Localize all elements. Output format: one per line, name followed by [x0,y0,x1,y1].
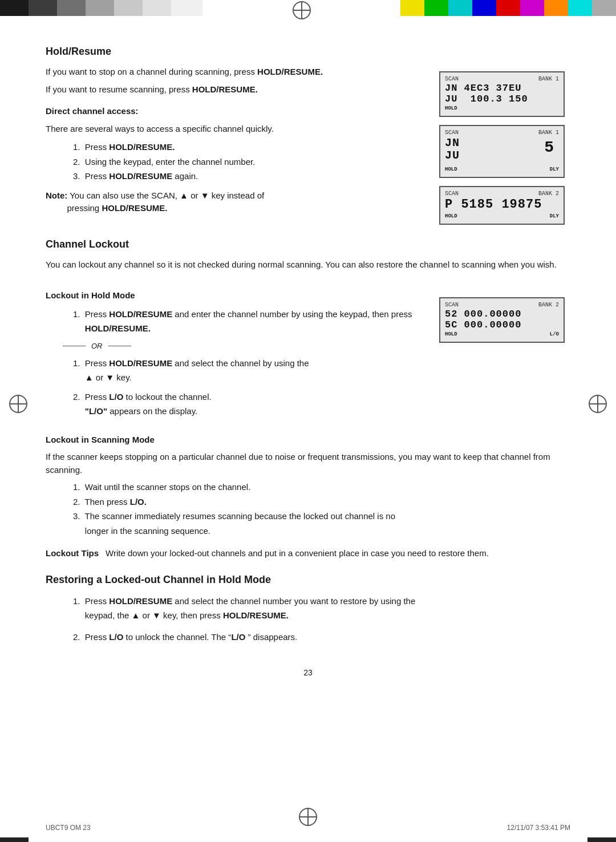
lockout-scanning-intro: If the scanner keeps stopping on a parti… [46,451,570,476]
lockout-scanning-section: Lockout in Scanning Mode If the scanner … [46,434,570,539]
hold-resume-para2: If you want to resume scanning, press HO… [46,83,428,96]
page-footer: UBCT9 OM 23 12/11/07 3:53:41 PM [0,824,616,832]
footer-left: UBCT9 OM 23 [46,824,91,832]
direct-channel-title: Direct channel access: [46,105,428,118]
lcd2-number: 5 [544,139,554,157]
lcd-display-2: SCAN BANK 1 JNJU 5 HOLD DLY [439,125,565,178]
lockout-hold-step2: 2. Press L/O to lockout the channel. "L/… [73,390,428,419]
lcd2-dly: DLY [550,167,559,172]
lcd2-bottom: HOLD DLY [445,167,559,172]
lcd2-top: SCAN BANK 1 [445,129,559,136]
lcd2-bank: BANK 1 [538,129,559,136]
lcd4-scan: SCAN [445,302,459,308]
lcd4-hold: HOLD [445,331,457,337]
hold-resume-para1: If you want to stop on a channel during … [46,66,428,79]
lockout-tips-text: Write down your locked-out channels and … [106,547,570,560]
footer-right: 12/11/07 3:53:41 PM [507,824,570,832]
or-line-right [108,346,131,346]
lcd3-bottom: HOLD DLY [445,213,559,219]
lcd-displays-col1: SCAN BANK 1 JN 4EC3 37EUJU 100.3 150 HOL… [439,71,570,233]
lockout-scan-step2: 2. Then press L/O. [73,495,570,509]
lockout-hold-section: Lockout in Hold Mode 1. Press HOLD/RESUM… [46,280,570,424]
lcd-display-1: SCAN BANK 1 JN 4EC3 37EUJU 100.3 150 HOL… [439,71,565,117]
bottom-border-left [0,837,29,842]
lcd3-dly: DLY [550,213,559,219]
restoring-step1: 1. Press HOLD/RESUME and select the chan… [73,594,570,623]
lcd1-screen: JN 4EC3 37EUJU 100.3 150 [445,83,559,104]
bottom-border-right [587,837,616,842]
page-number: 23 [46,667,570,679]
direct-channel-steps: 1. Press HOLD/RESUME. 2. Using the keypa… [64,140,428,184]
hold-resume-section: Hold/Resume If you want to stop on a cha… [46,40,570,233]
lockout-hold-step1: 1. Press HOLD/RESUME and enter the chann… [73,307,428,336]
lockout-scanning-steps: 1. Wait until the scanner stops on the c… [64,480,570,538]
or-divider: OR [63,342,428,350]
lcd2-scan: SCAN [445,129,459,136]
lcd3-screen: P 5185 19875 [445,198,559,212]
lcd-display-4: SCAN BANK 2 52 000.000005C 000.00000 HOL… [439,297,565,343]
lockout-tips: Lockout Tips Write down your locked-out … [46,547,570,560]
step-2: 2. Using the keypad, enter the channel n… [73,155,428,169]
hold-resume-text: Hold/Resume If you want to stop on a cha… [46,40,428,233]
lockout-scan-step3: 3. The scanner immediately resumes scann… [73,509,570,538]
hold-resume-note: Note: You can also use the SCAN, ▲ or ▼ … [46,189,428,215]
lcd1-top: SCAN BANK 1 [445,76,559,82]
or-text: OR [91,342,103,350]
channel-lockout-title: Channel Lockout [46,238,570,250]
lcd4-top: SCAN BANK 2 [445,302,559,308]
lockout-hold-text: Lockout in Hold Mode 1. Press HOLD/RESUM… [46,280,428,424]
direct-channel-intro: There are several ways to access a speci… [46,123,428,136]
channel-lockout-intro: You can lockout any channel so it is not… [46,258,570,272]
lockout-hold-step1b: 1. Press HOLD/RESUME and select the chan… [73,356,428,385]
or-line-left [63,346,86,346]
restoring-steps: 1. Press HOLD/RESUME and select the chan… [64,594,570,645]
lcd-display-4-col: SCAN BANK 2 52 000.000005C 000.00000 HOL… [439,280,570,424]
step-1: 1. Press HOLD/RESUME. [73,140,428,155]
lcd4-bottom: HOLD L/O [445,331,559,337]
lcd3-hold: HOLD [445,213,457,219]
step-3: 3. Press HOLD/RESUME again. [73,169,428,184]
lcd2-hold: HOLD [445,167,457,172]
lcd1-bank: BANK 1 [538,76,559,82]
lockout-hold-steps: 1. Press HOLD/RESUME and enter the chann… [64,307,428,336]
hold-resume-title: Hold/Resume [46,46,428,58]
lcd2-screen: JNJU 5 [445,137,559,165]
lcd4-bank: BANK 2 [538,302,559,308]
lcd1-bottom: HOLD [445,106,559,111]
lockout-hold-title: Lockout in Hold Mode [46,289,428,302]
lockout-scan-step1: 1. Wait until the scanner stops on the c… [73,480,570,495]
channel-lockout-section: Channel Lockout You can lockout any chan… [46,238,570,560]
lcd4-screen: 52 000.000005C 000.00000 [445,309,559,330]
restoring-step2: 2. Press L/O to unlock the channel. The … [73,630,570,645]
lcd-display-3: SCAN BANK 2 P 5185 19875 HOLD DLY [439,186,565,224]
restoring-title: Restoring a Locked-out Channel in Hold M… [46,574,570,586]
lcd1-scan: SCAN [445,76,459,82]
lcd3-scan: SCAN [445,191,459,197]
page-content: Hold/Resume If you want to stop on a cha… [0,0,616,718]
lcd3-bank: BANK 2 [538,191,559,197]
lcd3-top: SCAN BANK 2 [445,191,559,197]
lockout-scanning-title: Lockout in Scanning Mode [46,434,570,447]
lockout-tips-label: Lockout Tips [46,547,99,560]
lcd1-hold: HOLD [445,106,457,111]
restoring-section: Restoring a Locked-out Channel in Hold M… [46,574,570,645]
lcd4-lo: L/O [550,331,559,337]
lockout-hold-steps-b: 1. Press HOLD/RESUME and select the chan… [64,356,428,419]
